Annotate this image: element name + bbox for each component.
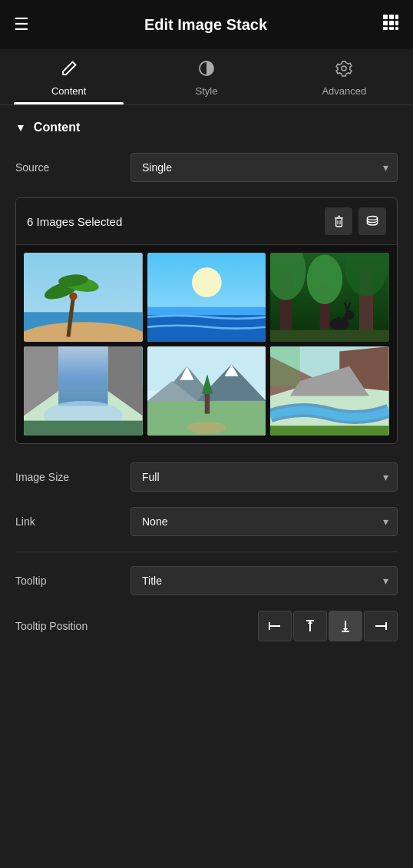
svg-rect-5 [395, 21, 398, 25]
source-select[interactable]: Single Multiple [131, 153, 398, 182]
tab-advanced-label: Advanced [322, 85, 366, 97]
source-select-wrapper: Single Multiple ▾ [131, 153, 398, 182]
tooltip-pos-bottom-button[interactable] [329, 611, 362, 641]
images-count-label: 6 Images Selected [27, 215, 122, 228]
tooltip-row: Tooltip None Title Caption Alt Descripti… [15, 566, 398, 595]
svg-rect-6 [383, 27, 388, 30]
svg-rect-0 [383, 15, 388, 19]
svg-rect-4 [389, 21, 394, 25]
svg-point-33 [307, 255, 342, 304]
images-actions [325, 207, 386, 235]
link-label: Link [15, 515, 131, 528]
tooltip-pos-right-button[interactable] [364, 611, 398, 641]
svg-rect-36 [337, 317, 341, 329]
image-thumb-5[interactable] [147, 346, 266, 436]
divider-1 [15, 552, 398, 552]
svg-rect-37 [342, 317, 346, 329]
images-header: 6 Images Selected [16, 198, 397, 245]
svg-point-38 [345, 310, 355, 320]
tab-content[interactable]: Content [0, 49, 137, 104]
svg-rect-63 [270, 346, 300, 386]
pencil-icon [61, 60, 78, 81]
tooltip-position-label: Tooltip Position [15, 620, 131, 632]
tab-style-label: Style [196, 85, 218, 97]
tab-content-label: Content [51, 85, 87, 97]
svg-rect-26 [147, 307, 266, 315]
image-thumb-4[interactable] [24, 346, 143, 436]
svg-rect-7 [389, 27, 394, 30]
header: ☰ Edit Image Stack [0, 0, 413, 49]
stack-images-button[interactable] [358, 207, 386, 235]
images-selected-box: 6 Images Selected [15, 197, 398, 444]
image-thumb-2[interactable] [147, 253, 266, 342]
svg-rect-3 [383, 21, 388, 25]
svg-rect-10 [335, 217, 342, 226]
section-heading: ▼ Content [15, 121, 398, 134]
grid-icon[interactable] [382, 14, 399, 35]
image-size-row: Image Size Full Large Medium Thumbnail ▾ [15, 462, 398, 492]
tooltip-select[interactable]: None Title Caption Alt Description [131, 566, 398, 595]
tooltip-label: Tooltip [15, 575, 131, 587]
svg-rect-2 [395, 15, 398, 19]
image-size-label: Image Size [15, 471, 131, 483]
delete-images-button[interactable] [325, 207, 352, 235]
svg-rect-45 [24, 421, 143, 436]
image-thumb-3[interactable] [270, 253, 389, 342]
gear-icon [335, 60, 352, 81]
tab-style[interactable]: Style [137, 49, 275, 104]
image-thumb-6[interactable] [270, 346, 389, 436]
source-label: Source [15, 161, 131, 174]
content-area: ▼ Content Source Single Multiple ▾ 6 Ima… [0, 105, 413, 672]
svg-rect-34 [270, 330, 389, 342]
link-row: Link None Media File Custom URL ▾ [15, 507, 398, 536]
svg-rect-62 [270, 426, 389, 436]
menu-icon[interactable]: ☰ [14, 15, 29, 35]
svg-point-24 [192, 267, 222, 297]
section-title: Content [34, 121, 80, 134]
svg-rect-43 [58, 346, 107, 406]
link-select[interactable]: None Media File Custom URL [131, 507, 398, 536]
tooltip-position-row: Tooltip Position [15, 611, 398, 641]
tab-advanced[interactable]: Advanced [276, 49, 413, 104]
image-size-select-wrapper: Full Large Medium Thumbnail ▾ [131, 462, 398, 492]
images-grid [16, 245, 397, 443]
tooltip-select-wrapper: None Title Caption Alt Description ▾ [131, 566, 398, 595]
image-thumb-1[interactable] [24, 253, 143, 342]
style-icon [198, 60, 215, 81]
link-select-wrapper: None Media File Custom URL ▾ [131, 507, 398, 536]
tooltip-position-buttons [131, 611, 398, 641]
tooltip-pos-left-button[interactable] [258, 611, 292, 641]
chevron-down-icon[interactable]: ▼ [15, 121, 26, 134]
svg-rect-1 [389, 15, 394, 19]
source-row: Source Single Multiple ▾ [15, 153, 398, 182]
svg-rect-54 [204, 394, 209, 414]
tabs-bar: Content Style Advanced [0, 49, 413, 105]
tooltip-pos-top-button[interactable] [293, 611, 327, 641]
svg-point-56 [187, 422, 226, 433]
svg-rect-8 [395, 27, 398, 30]
svg-point-15 [367, 216, 377, 220]
svg-point-22 [69, 293, 77, 300]
page-title: Edit Image Stack [144, 16, 267, 34]
image-size-select[interactable]: Full Large Medium Thumbnail [131, 462, 398, 492]
